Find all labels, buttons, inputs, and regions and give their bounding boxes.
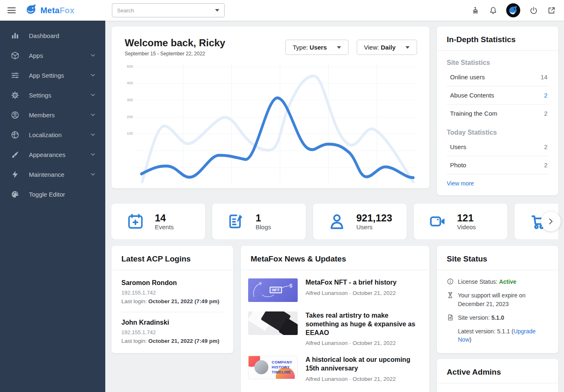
news-title-link[interactable]: A historical look at our upcoming 15th a… bbox=[306, 356, 421, 373]
globe-icon bbox=[11, 131, 19, 139]
user-avatar[interactable] bbox=[506, 3, 520, 17]
search-input[interactable] bbox=[117, 7, 215, 14]
cube-icon bbox=[11, 51, 19, 60]
news-thumbnail-cards[interactable] bbox=[248, 311, 298, 335]
view-dropdown[interactable]: View: Daily bbox=[357, 40, 417, 55]
sidebar-item-label: Apps bbox=[29, 52, 80, 59]
news-thumbnail-timeline[interactable]: COMPANY HISTORY TIMELINE bbox=[248, 356, 298, 379]
view-more-link[interactable]: View more bbox=[447, 180, 474, 187]
hamburger-menu-icon[interactable] bbox=[5, 3, 19, 17]
power-logout-icon[interactable] bbox=[529, 6, 538, 15]
carousel-next-button[interactable] bbox=[541, 211, 561, 231]
news-updates-panel: MetaFox News & Updates $ NFT bbox=[241, 246, 429, 392]
caret-down-icon bbox=[405, 46, 410, 49]
sidebar-item-label: App Settings bbox=[29, 72, 80, 79]
sidebar-item-localization[interactable]: Localization bbox=[0, 125, 105, 145]
news-meta: Alfred Lunarsson · October 21, 2022 bbox=[306, 376, 421, 382]
logo-text: MetaFox bbox=[40, 6, 75, 15]
gear-icon bbox=[11, 91, 19, 100]
blog-icon bbox=[227, 212, 245, 230]
sliders-icon bbox=[11, 71, 19, 80]
sidebar: Dashboard Apps App Settings bbox=[0, 21, 105, 392]
news-item: Takes real artistry to make something as… bbox=[248, 311, 421, 346]
license-status-badge: Active bbox=[499, 278, 517, 285]
global-search bbox=[112, 3, 225, 17]
sidebar-item-label: Members bbox=[29, 112, 80, 119]
stat-card-blogs[interactable]: 1 Blogs bbox=[212, 204, 306, 239]
chevron-down-icon bbox=[90, 131, 96, 138]
sidebar-item-settings[interactable]: Settings bbox=[0, 85, 105, 105]
chevron-down-icon bbox=[90, 52, 96, 59]
panel-title: MetaFox News & Updates bbox=[241, 246, 429, 270]
sidebar-item-app-settings[interactable]: App Settings bbox=[0, 65, 105, 85]
metafox-logo[interactable]: MetaFox bbox=[25, 3, 75, 17]
news-title-link[interactable]: MetaFox NFT - a brief history bbox=[306, 278, 396, 287]
site-status-panel: Site Status License Status: Active bbox=[437, 246, 558, 353]
stat-value: 1 bbox=[256, 212, 271, 224]
clear-cache-broom-icon[interactable] bbox=[471, 6, 480, 15]
sidebar-item-label: Dashboard bbox=[29, 32, 96, 39]
sidebar-item-members[interactable]: Members bbox=[0, 105, 105, 125]
chevron-down-icon bbox=[90, 112, 96, 118]
sidebar-item-dashboard[interactable]: Dashboard bbox=[0, 26, 105, 45]
divider bbox=[121, 312, 223, 312]
abuse-count-link[interactable]: 2 bbox=[544, 92, 547, 99]
sidebar-item-toggle-editor[interactable]: Toggle Editor bbox=[0, 184, 105, 204]
page-title: Welcome back, Ricky bbox=[125, 37, 225, 49]
y-tick: 400 bbox=[125, 81, 133, 85]
stat-value: 121 bbox=[457, 212, 476, 224]
login-name: Saromon Rondon bbox=[121, 279, 223, 287]
sidebar-item-maintenance[interactable]: Maintenance bbox=[0, 164, 105, 184]
chart-plot bbox=[135, 63, 417, 183]
stat-label: Events bbox=[155, 223, 174, 230]
license-status-row: License Status: Active bbox=[447, 278, 549, 286]
member-icon bbox=[11, 111, 19, 119]
sidebar-item-label: Toggle Editor bbox=[29, 191, 96, 198]
sidebar-item-label: Settings bbox=[29, 92, 80, 99]
section-heading: Today Statistics bbox=[447, 129, 548, 136]
chart-series-current bbox=[142, 98, 413, 178]
sidebar-item-apps[interactable]: Apps bbox=[0, 45, 105, 65]
news-title-link[interactable]: Takes real artistry to make something as… bbox=[306, 311, 421, 337]
login-entry: John Kradinski 192.155.1.742 Last login:… bbox=[121, 319, 223, 344]
users-line-chart: 500 400 300 200 100 bbox=[125, 63, 417, 183]
document-icon bbox=[447, 314, 454, 321]
y-tick: 300 bbox=[125, 98, 133, 102]
search-caret-icon[interactable] bbox=[215, 9, 219, 12]
login-last: Last login: October 21, 2022 (7:49 pm) bbox=[121, 298, 223, 304]
support-expiry-row: Your support will expire on December 21,… bbox=[447, 291, 549, 308]
chevron-down-icon bbox=[90, 151, 96, 158]
stat-label: Videos bbox=[457, 223, 476, 230]
latest-version-row: Latest version: 5.1.1 (Upgrade Now) bbox=[447, 327, 549, 344]
main-content: Welcome back, Ricky September 15 - Septe… bbox=[105, 21, 564, 392]
sidebar-item-label: Appearances bbox=[29, 151, 80, 158]
sidebar-item-label: Localization bbox=[29, 131, 80, 138]
panel-title: Active Admins bbox=[437, 359, 558, 383]
stat-card-videos[interactable]: 121 Videos bbox=[414, 204, 507, 239]
news-item: COMPANY HISTORY TIMELINE A historical lo… bbox=[248, 356, 421, 382]
panel-title: Latest ACP Logins bbox=[111, 246, 233, 270]
stat-row: Online users14 bbox=[447, 68, 548, 86]
stat-card-events[interactable]: 14 Events bbox=[111, 204, 205, 239]
login-last: Last login: October 21, 2022 (7:49 pm) bbox=[121, 338, 223, 344]
chevron-down-icon bbox=[90, 72, 96, 78]
stat-card-users[interactable]: 921,123 Users bbox=[313, 204, 407, 239]
sidebar-item-appearances[interactable]: Appearances bbox=[0, 145, 105, 164]
stat-row: Users2 bbox=[447, 138, 548, 156]
panel-title: Site Status bbox=[437, 246, 558, 270]
news-thumbnail-nft[interactable]: $ NFT bbox=[248, 278, 298, 302]
admin-row[interactable]: Dan Henderson 192.168.1.1 bbox=[447, 386, 548, 392]
login-name: John Kradinski bbox=[121, 319, 223, 326]
notifications-bell-icon[interactable] bbox=[488, 6, 498, 15]
external-link-icon[interactable] bbox=[547, 6, 556, 15]
hourglass-icon bbox=[447, 292, 454, 299]
welcome-chart-card: Welcome back, Ricky September 15 - Septe… bbox=[111, 26, 429, 188]
login-ip: 192.155.1.742 bbox=[121, 290, 223, 296]
stat-value: 921,123 bbox=[356, 212, 392, 224]
topbar: MetaFox bbox=[0, 0, 564, 21]
video-camera-icon bbox=[429, 212, 447, 230]
stat-label: Users bbox=[356, 223, 392, 230]
stat-label: Blogs bbox=[256, 223, 271, 230]
bar-chart-icon bbox=[11, 31, 19, 40]
type-dropdown[interactable]: Type: Users bbox=[285, 40, 348, 55]
